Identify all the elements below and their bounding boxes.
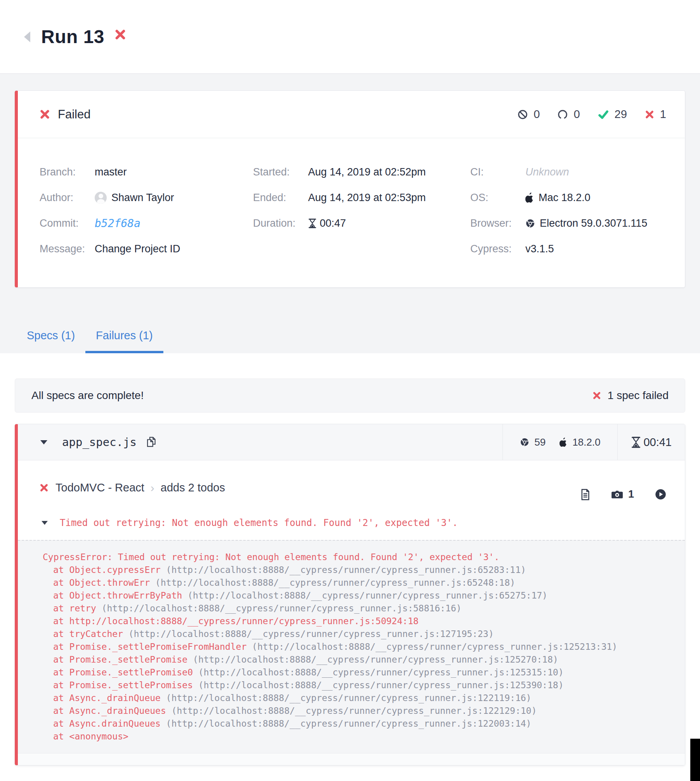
stack-frame: at Object.throwErr (http://localhost:888…	[43, 576, 677, 589]
stack-frame: at Async._drainQueue (http://localhost:8…	[43, 692, 677, 705]
banner-status: 1 spec failed	[593, 389, 669, 402]
os-value: Mac 18.2.0	[539, 192, 591, 204]
cypress-row: Cypress: v3.1.5	[470, 236, 685, 262]
started-value: Aug 14, 2019 at 02:52pm	[308, 166, 426, 178]
cypress-label: Cypress:	[470, 243, 525, 255]
back-icon[interactable]	[24, 31, 30, 42]
spec-meta: 59 18.2.0	[502, 424, 685, 460]
failure-test: adds 2 todos	[161, 481, 225, 494]
screenshot-count: 1	[628, 488, 634, 500]
browser-value: Electron 59.0.3071.115	[540, 217, 647, 229]
stack-frame: at Promise._settlePromise0 (http://local…	[43, 666, 677, 679]
started-row: Started: Aug 14, 2019 at 02:52pm	[253, 159, 470, 185]
commit-row: Commit: b52f68a	[40, 210, 253, 236]
pending-icon	[558, 109, 568, 120]
commit-label: Commit:	[40, 217, 95, 229]
ended-label: Ended:	[253, 192, 308, 204]
skipped-icon	[518, 109, 528, 120]
message-label: Message:	[40, 243, 95, 255]
author-label: Author:	[40, 192, 95, 204]
skipped-count: 0	[534, 108, 540, 121]
author-row: Author: Shawn Taylor	[40, 185, 253, 210]
spec-filename: app_spec.js	[62, 436, 137, 449]
failure-x-icon	[40, 483, 49, 492]
cypress-value: v3.1.5	[525, 243, 554, 255]
stack-frame: at <anonymous>	[43, 730, 677, 743]
hourglass-icon	[308, 219, 317, 228]
ci-label: CI:	[470, 166, 525, 178]
passed-count: 29	[615, 108, 627, 121]
screenshots-button[interactable]: 1	[611, 488, 634, 500]
ended-value: Aug 14, 2019 at 02:53pm	[308, 192, 426, 204]
stat-skipped: 0	[518, 108, 540, 121]
failures-panel: All specs are complete! 1 spec failed ap…	[0, 378, 700, 765]
failure-actions: 1	[580, 488, 666, 500]
run-card: Failed 0 0 29	[15, 90, 685, 288]
run-summary-section: Failed 0 0 29	[0, 74, 700, 353]
os-row: OS: Mac 18.2.0	[470, 185, 685, 210]
failed-count-x-icon	[645, 110, 654, 119]
spec-browser-version: 59	[534, 436, 546, 448]
copy-icon[interactable]	[146, 436, 156, 448]
author-name: Shawn Taylor	[111, 192, 174, 204]
tab-bar: Specs (1) Failures (1)	[15, 329, 685, 353]
spec-card: app_spec.js	[15, 424, 685, 765]
stdout-document-icon[interactable]	[580, 489, 590, 500]
stack-frame: at Promise._settlePromise (http://localh…	[43, 653, 677, 666]
branch-value: master	[95, 166, 127, 178]
stat-pending: 0	[558, 108, 580, 121]
stack-frame: at Async._drainQueues (http://localhost:…	[43, 705, 677, 717]
failed-x-icon	[40, 109, 50, 120]
failure-error-row: Timed out retrying: Not enough elements …	[40, 517, 666, 528]
video-play-icon[interactable]	[655, 489, 666, 500]
spec-expand-caret-icon[interactable]	[40, 440, 47, 444]
stack-title: CypressError: Timed out retrying: Not en…	[43, 551, 677, 564]
apple-icon	[560, 437, 567, 447]
spec-os-version: 18.2.0	[572, 436, 600, 448]
page-title: Run 13	[41, 26, 104, 47]
spec-header[interactable]: app_spec.js	[18, 424, 685, 460]
stat-passed: 29	[598, 108, 627, 121]
pending-count: 0	[574, 108, 580, 121]
scrollbar-artifact	[690, 739, 700, 781]
details-column-environment: CI: Unknown OS: Mac 18.2.0 Browser:	[470, 159, 685, 262]
stack-frame: at Object.throwErrByPath (http://localho…	[43, 589, 677, 602]
details-column-timing: Started: Aug 14, 2019 at 02:52pm Ended: …	[253, 159, 470, 262]
branch-row: Branch: master	[40, 159, 253, 185]
run-failed-x-icon	[114, 29, 126, 40]
run-stats: 0 0 29 1	[518, 108, 666, 121]
error-summary: Timed out retrying: Not enough elements …	[60, 517, 458, 528]
spec-card-footer	[18, 753, 685, 765]
duration-value: 00:47	[320, 217, 346, 229]
stack-frame: at Promise._settlePromises (http://local…	[43, 679, 677, 692]
hourglass-icon	[631, 437, 641, 448]
os-label: OS:	[470, 192, 525, 204]
run-card-header: Failed 0 0 29	[18, 91, 685, 138]
duration-value-wrap: 00:47	[308, 217, 346, 229]
page-header: Run 13	[0, 0, 700, 74]
error-expand-caret-icon[interactable]	[42, 521, 48, 525]
browser-value-wrap: Electron 59.0.3071.115	[525, 217, 647, 229]
stack-frame: at tryCatcher (http://localhost:8888/__c…	[43, 628, 677, 640]
run-details: Branch: master Author: Shawn Taylor Comm…	[18, 138, 685, 287]
apple-icon	[525, 193, 534, 203]
stack-frame: at Object.cypressErr (http://localhost:8…	[43, 564, 677, 576]
run-status-label: Failed	[58, 108, 90, 121]
browser-row: Browser:	[470, 210, 685, 236]
failure-block: TodoMVC - React › adds 2 todos	[18, 460, 685, 540]
details-column-commit: Branch: master Author: Shawn Taylor Comm…	[40, 159, 253, 262]
failed-count: 1	[660, 108, 666, 121]
spec-failed-count: 1 spec failed	[608, 389, 669, 402]
stack-frame: at http://localhost:8888/__cypress/runne…	[43, 615, 677, 628]
duration-label: Duration:	[253, 217, 308, 229]
branch-label: Branch:	[40, 166, 95, 178]
author-value: Shawn Taylor	[95, 192, 174, 204]
banner-x-icon	[593, 391, 601, 400]
banner-message: All specs are complete!	[31, 389, 144, 402]
tab-specs[interactable]: Specs (1)	[16, 329, 85, 353]
commit-link[interactable]: b52f68a	[95, 217, 140, 230]
camera-icon	[611, 489, 623, 499]
tab-failures[interactable]: Failures (1)	[85, 329, 163, 353]
ci-value: Unknown	[525, 166, 569, 178]
browser-label: Browser:	[470, 217, 525, 229]
